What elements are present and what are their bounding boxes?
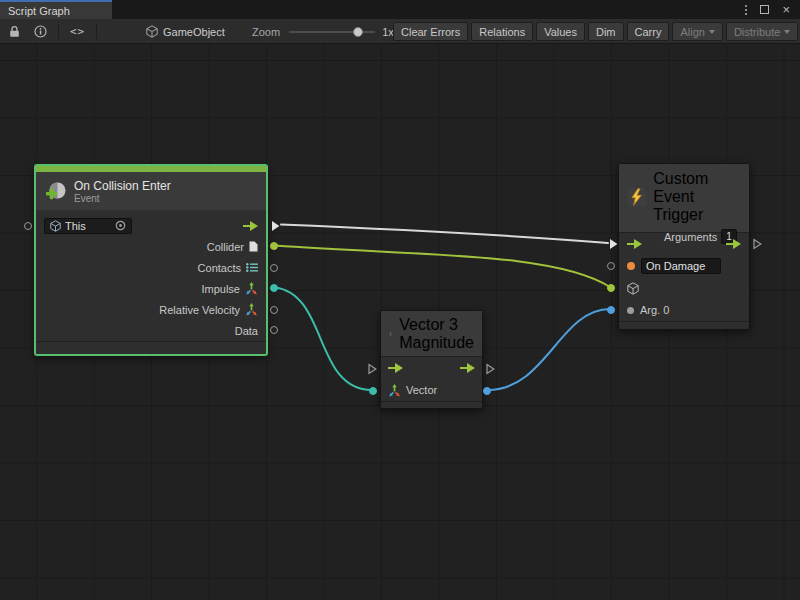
cube-icon [50, 220, 61, 232]
row-relative-velocity: Relative Velocity [36, 299, 266, 320]
node-header: Vector 3 Magnitude [381, 311, 482, 357]
edit-graph-button[interactable]: <> [67, 22, 88, 40]
tab-label: Script Graph [8, 5, 70, 17]
row-target [619, 277, 749, 299]
port-impulse-output[interactable] [270, 284, 278, 292]
flow-arrow-icon [243, 221, 258, 231]
code-icon: <> [70, 25, 85, 38]
gameobject-icon [146, 25, 158, 38]
zoom-slider-handle[interactable] [353, 27, 363, 37]
close-icon[interactable]: × [782, 5, 790, 15]
document-icon [249, 241, 258, 252]
node-vector3-magnitude[interactable]: Vector 3 Magnitude Vector [380, 310, 483, 409]
row-vector-input: Vector [381, 379, 482, 401]
info-icon [34, 25, 47, 38]
node-subtitle: Event [74, 193, 171, 204]
node-title: Magnitude [399, 334, 474, 352]
port-flow-output[interactable] [486, 363, 495, 375]
maximize-icon[interactable] [760, 5, 769, 14]
wire-impulse-to-vector [275, 288, 372, 391]
window-controls: × [745, 0, 800, 19]
title-bar: Script Graph × [0, 0, 800, 19]
gameobject-chip[interactable]: GameObject [146, 19, 225, 44]
port-collider-output[interactable] [270, 242, 278, 250]
toolbar-buttons: Clear Errors Relations Values Dim Carry … [393, 22, 800, 41]
target-value: This [65, 220, 111, 232]
node-on-collision-enter[interactable]: On Collision Enter Event This Collider [35, 165, 267, 355]
port-data-output[interactable] [270, 326, 278, 334]
dim-button[interactable]: Dim [588, 22, 624, 41]
zoom-control: Zoom 1x [252, 19, 394, 44]
wire-magnitude-to-arg0 [488, 309, 610, 390]
values-button[interactable]: Values [536, 22, 585, 41]
port-target-input[interactable] [607, 284, 615, 292]
port-flow-input[interactable] [609, 238, 618, 250]
port-name-input[interactable] [607, 262, 615, 270]
window-menu-icon[interactable] [745, 5, 747, 15]
row-flow [381, 357, 482, 379]
toolbar-separator [96, 24, 97, 39]
flow-arrow-icon [460, 363, 475, 373]
info-button[interactable] [31, 22, 50, 40]
port-relative-velocity-output[interactable] [270, 306, 278, 314]
row-event-name [619, 255, 749, 277]
vector3-axes-icon [388, 384, 401, 397]
node-title: Trigger [653, 206, 741, 224]
flow-arrow-icon [627, 239, 642, 249]
event-name-input[interactable] [641, 258, 721, 274]
port-magnitude-output[interactable] [483, 387, 491, 395]
relations-button[interactable]: Relations [471, 22, 533, 41]
zoom-slider[interactable] [289, 31, 375, 33]
vector3-axes-icon [245, 282, 258, 295]
node-title: On Collision Enter [74, 179, 171, 193]
node-header: Custom Event Trigger Arguments [619, 164, 749, 233]
arguments-label: Arguments [664, 231, 721, 243]
port-arg0-input[interactable] [607, 306, 615, 314]
arg0-label: Arg. 0 [640, 304, 669, 316]
zoom-value: 1x [382, 26, 394, 38]
graph-canvas[interactable]: On Collision Enter Event This Collider [0, 44, 800, 600]
wire-flow [281, 225, 608, 244]
vector-input-label: Vector [406, 384, 437, 396]
list-icon [246, 263, 258, 272]
node-footer [36, 341, 266, 355]
flow-arrow-icon [388, 363, 403, 373]
carry-button[interactable]: Carry [627, 22, 670, 41]
clear-errors-button[interactable]: Clear Errors [393, 22, 468, 41]
target-object-field[interactable]: This [44, 218, 132, 234]
flow-arrow-icon [726, 239, 741, 249]
node-header: On Collision Enter Event [36, 172, 266, 210]
vector3-axes-icon [389, 325, 392, 343]
port-flow-output[interactable] [271, 220, 280, 232]
node-footer [381, 401, 482, 409]
tab-script-graph[interactable]: Script Graph [0, 0, 112, 19]
zoom-label: Zoom [252, 26, 280, 38]
port-contacts-output[interactable] [270, 264, 278, 272]
object-picker-icon[interactable] [115, 220, 126, 231]
node-footer [619, 321, 749, 331]
lock-button[interactable] [6, 22, 23, 40]
vector3-axes-icon [245, 303, 258, 316]
chevron-down-icon [709, 30, 715, 34]
port-flow-input[interactable] [368, 363, 377, 375]
unity-script-graph-window: Script Graph × <> GameObject Zoom [0, 0, 800, 600]
wire-collider-to-target [275, 246, 610, 288]
row-arg0: Arg. 0 [619, 299, 749, 321]
collision-event-icon [45, 180, 67, 202]
port-target-input[interactable] [24, 222, 32, 230]
cube-icon [627, 282, 639, 295]
node-category: Vector 3 [399, 316, 474, 334]
node-category: Custom Event [653, 170, 741, 206]
align-button[interactable]: Align [672, 22, 722, 41]
lightning-icon [627, 186, 646, 208]
arg-port-dot [627, 307, 634, 314]
row-target-flowout: This [36, 215, 266, 236]
port-vector-input[interactable] [369, 387, 377, 395]
string-port-dot [627, 262, 635, 270]
lock-icon [9, 25, 20, 38]
node-trigger-custom-event[interactable]: Custom Event Trigger Arguments [618, 163, 750, 330]
graph-toolbar: <> GameObject Zoom 1x Clear Errors Relat… [0, 19, 800, 44]
gameobject-label: GameObject [163, 26, 225, 38]
distribute-button[interactable]: Distribute [726, 22, 798, 41]
port-flow-output[interactable] [753, 238, 762, 250]
